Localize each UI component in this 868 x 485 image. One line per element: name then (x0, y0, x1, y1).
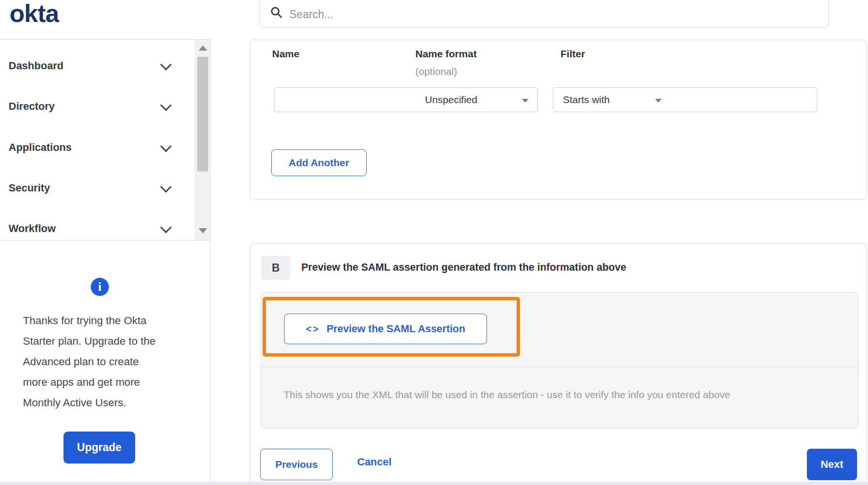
okta-admin-console: okta Dashboard Directory Applications Se… (0, 0, 868, 485)
search-input[interactable] (288, 5, 806, 23)
previous-button[interactable]: Previous (260, 449, 333, 480)
code-icon: <> (306, 324, 320, 335)
next-button[interactable]: Next (807, 449, 857, 480)
filter-value-field[interactable] (670, 87, 817, 112)
scrollbar-thumb[interactable] (197, 57, 208, 171)
attribute-name-input[interactable] (275, 88, 415, 112)
preview-panel: <> Preview the SAML Assertion This shows… (261, 292, 858, 429)
upgrade-note-text: Thanks for trying the Okta Starter plan.… (23, 310, 162, 413)
viewport-bottom-strip (0, 482, 868, 485)
name-format-select[interactable]: Unspecified (415, 87, 538, 112)
sidebar-scrollbar[interactable] (195, 40, 210, 240)
sidebar-item-security[interactable]: Security (0, 174, 193, 202)
cancel-link[interactable]: Cancel (357, 456, 392, 468)
name-format-column-label: Name format (415, 48, 476, 60)
name-format-optional-hint: (optional) (415, 66, 457, 77)
preview-saml-assertion-button[interactable]: <> Preview the SAML Assertion (284, 314, 487, 344)
dropdown-caret-icon (655, 99, 662, 103)
panel-divider (261, 367, 858, 367)
chevron-down-icon (160, 140, 171, 152)
global-search[interactable] (259, 0, 829, 28)
preview-section-title: Preview the SAML assertion generated fro… (301, 262, 626, 274)
sidebar-item-directory[interactable]: Directory (0, 92, 193, 121)
add-another-button[interactable]: Add Another (271, 149, 367, 176)
dropdown-caret-icon (522, 99, 529, 103)
sidebar-item-applications[interactable]: Applications (0, 133, 193, 162)
chevron-down-icon (160, 221, 171, 233)
scroll-down-arrow-icon[interactable] (199, 228, 207, 233)
info-icon: i (91, 278, 109, 296)
scroll-up-arrow-icon[interactable] (199, 45, 207, 51)
filter-value-input[interactable] (670, 88, 817, 112)
chevron-down-icon (160, 181, 171, 192)
sidebar-divider (210, 39, 211, 485)
name-column-label: Name (272, 48, 299, 60)
upgrade-button[interactable]: Upgrade (64, 432, 135, 464)
attribute-name-field[interactable] (274, 87, 416, 112)
saml-preview-card: B Preview the SAML assertion generated f… (250, 243, 867, 485)
attribute-statements-card: Name Name format (optional) Filter Unspe… (250, 40, 867, 200)
chevron-down-icon (160, 59, 171, 70)
sidebar-item-dashboard[interactable]: Dashboard (0, 52, 193, 80)
step-b-badge: B (261, 256, 290, 280)
preview-description: This shows you the XML that will be used… (284, 389, 730, 401)
sidebar-item-workflow[interactable]: Workflow (0, 214, 193, 243)
search-icon (270, 6, 283, 21)
filter-type-select[interactable]: Starts with (553, 87, 671, 112)
sidebar-nav: Dashboard Directory Applications Securit… (0, 39, 210, 241)
chevron-down-icon (160, 99, 171, 111)
filter-column-label: Filter (561, 48, 585, 60)
okta-logo: okta (10, 0, 59, 28)
